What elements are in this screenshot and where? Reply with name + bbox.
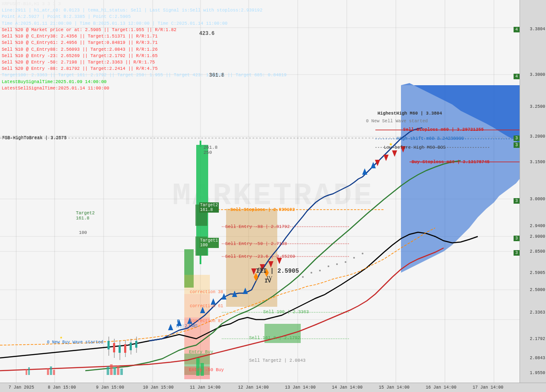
date-axis: 7 Jan 2025 8 Jan 15:00 9 Jan 15:00 10 Ja… bbox=[0, 383, 546, 392]
svg-rect-72 bbox=[124, 344, 126, 353]
svg-rect-68 bbox=[113, 343, 115, 352]
sell-entry-23-label: Sell Entry -23.6 | 2.65269 bbox=[225, 254, 295, 259]
sell-stoploss-m60-label: Sell-Stoploss m60 | 3.29721255 bbox=[403, 127, 484, 132]
price-338: 3.3804 bbox=[530, 27, 545, 32]
svg-point-59 bbox=[319, 270, 321, 271]
price-325: 3.2500 bbox=[530, 104, 545, 109]
correction61-label: correction 61 bbox=[190, 304, 223, 308]
right-box-3a: 3 bbox=[514, 135, 520, 141]
svg-rect-78 bbox=[110, 364, 113, 375]
red-curve bbox=[0, 248, 444, 371]
right-box-4-bot: 4 bbox=[514, 74, 520, 79]
info-line10: Sell %20 @ Entry -50: 2.7198 || Target:2… bbox=[2, 59, 287, 66]
price-234: 2.3363 bbox=[530, 310, 545, 315]
new-buy-wave-label: 0 New Buy Wave started bbox=[47, 340, 103, 345]
volume-bars bbox=[26, 358, 204, 376]
point-ii-label: II | | 2.1385 bbox=[176, 323, 197, 328]
svg-rect-74 bbox=[130, 343, 132, 350]
info-line5: Sell %20 @ Market price or at: 2.5905 ||… bbox=[2, 27, 287, 33]
info-line12: Target100: 2.3363 || Target 161: 2.1792 … bbox=[2, 72, 287, 78]
right-box-3e: 3 bbox=[514, 250, 520, 256]
price-285: 2.8500 bbox=[530, 249, 545, 254]
right-box-3c: 3 bbox=[514, 198, 520, 204]
price-250: 2.5000 bbox=[530, 288, 545, 292]
svg-rect-84 bbox=[53, 370, 55, 375]
svg-rect-66 bbox=[107, 341, 110, 349]
sell-target2-label: Sell Target2 | 2.0843 bbox=[249, 358, 305, 363]
svg-marker-43 bbox=[362, 168, 367, 175]
svg-rect-83 bbox=[50, 366, 52, 375]
target2-box-label: Target2161.8 bbox=[199, 202, 219, 213]
info-line13: LatestBuySignalTime:2025.01.09 14:00:00 bbox=[2, 79, 287, 85]
target1-box-label: Target1100 bbox=[199, 238, 219, 248]
date-7jan: 7 Jan 2025 bbox=[9, 385, 34, 390]
svg-rect-87 bbox=[196, 358, 200, 376]
info-line8: Sell %10 @ C_Entry88: 2.56093 || Target:… bbox=[2, 46, 287, 53]
price-32: 3.2000 bbox=[530, 134, 545, 139]
highest-high-text: HighestHigh M60 | 3.3804 bbox=[378, 111, 442, 116]
entry-buy-label: Entry Buy bbox=[189, 349, 213, 355]
info-line6: Sell %10 @ C_Entry38: 2.4356 || Target:1… bbox=[2, 33, 287, 40]
target-261-label: 261.8250 bbox=[203, 145, 218, 155]
target2-left-label: Target2161.8 bbox=[76, 210, 95, 221]
info-line14: LatestSellSignalTime:2025.01.14 11:00:00 bbox=[2, 85, 287, 92]
sell-100-label: Sell 100 | 2.3363 bbox=[263, 309, 309, 314]
svg-rect-70 bbox=[119, 345, 121, 353]
info-panel: XRPUSDT-Bin,H1 3 3 3 3 Line:2911 | h1_at… bbox=[2, 1, 287, 92]
svg-rect-76 bbox=[135, 341, 137, 348]
entry-50-buy-label: Entry -50 Buy bbox=[189, 367, 224, 372]
svg-rect-86 bbox=[28, 367, 30, 375]
svg-rect-80 bbox=[117, 366, 119, 375]
svg-marker-51 bbox=[392, 150, 397, 157]
date-17jan: 17 Jan 14:00 bbox=[473, 385, 503, 390]
right-box-3d: 3 bbox=[514, 236, 520, 241]
svg-rect-24 bbox=[200, 256, 201, 264]
date-15jan: 15 Jan 14:00 bbox=[379, 385, 410, 390]
price-294: 2.9400 bbox=[530, 224, 545, 228]
new-sell-wave-label: 0 New Sell Wave started bbox=[366, 118, 428, 124]
buy-stoploss-label: Buy-Stoploss m60 | 3.13178745 bbox=[412, 159, 490, 164]
svg-rect-79 bbox=[113, 367, 116, 375]
highest-high-label: HighestHigh M60 | 3.3804 bbox=[378, 111, 442, 116]
svg-point-57 bbox=[302, 276, 304, 278]
price-33: 3.3000 bbox=[530, 72, 545, 77]
date-14jan: 14 Jan 14:00 bbox=[332, 385, 363, 390]
sell-stoploss-mid-label: Sell Stoploss | 2.939192 bbox=[230, 207, 295, 212]
svg-rect-85 bbox=[26, 369, 27, 375]
info-line4: Time A:2025.01.11 21:00:00 | Time B:2025… bbox=[2, 20, 287, 27]
svg-rect-77 bbox=[107, 366, 109, 375]
date-12jan: 12 Jan 14:00 bbox=[238, 385, 269, 390]
date-10jan: 10 Jan 15:00 bbox=[143, 385, 174, 390]
svg-marker-50 bbox=[383, 155, 389, 161]
sell-entry-50-label: Sell Entry -50 | 2.7198 bbox=[225, 241, 287, 246]
svg-point-61 bbox=[336, 263, 338, 265]
price-208: 2.0843 bbox=[530, 356, 545, 360]
date-9jan: 9 Jan 15:00 bbox=[96, 385, 124, 390]
sell-entry-88-label: Sell Entry -88 | 2.81792 bbox=[225, 224, 290, 229]
price-axis: 3.3804 3.3000 3.2500 3.2000 3.1500 3.000… bbox=[520, 0, 546, 392]
price-259: 2.5905 bbox=[530, 271, 545, 275]
svg-rect-81 bbox=[120, 369, 123, 375]
svg-rect-82 bbox=[47, 369, 49, 375]
price-315: 3.1500 bbox=[530, 160, 545, 164]
right-box-3b: 3 bbox=[514, 142, 520, 148]
low-before-high-label: Low-before High M60-BOS bbox=[384, 145, 446, 150]
svg-marker-35 bbox=[168, 324, 173, 330]
svg-point-62 bbox=[345, 261, 346, 263]
svg-point-60 bbox=[328, 265, 329, 267]
svg-point-63 bbox=[353, 257, 355, 259]
correction38-label: correction 38 bbox=[190, 290, 223, 294]
current-price-label: III | 2.5905 bbox=[256, 268, 299, 274]
hundred-label: 100 bbox=[79, 230, 87, 235]
info-line2: Line:2911 | h1_atr_c0: 0.0123 | tema_h1_… bbox=[2, 7, 287, 14]
svg-rect-23 bbox=[200, 141, 201, 147]
price-30: 3.0000 bbox=[530, 197, 545, 202]
info-line9: Sell %10 @ Entry -23: 2.65269 || Target:… bbox=[2, 53, 287, 59]
svg-text:★: ★ bbox=[60, 335, 63, 340]
date-8jan: 8 Jan 15:00 bbox=[48, 385, 76, 390]
sell-161-label: Sell 161.8 | 2.1792 bbox=[249, 335, 300, 340]
price-290: 2.9000 bbox=[530, 234, 545, 239]
info-line11: Sell %20 @ Entry -88: 2.81792 || Target:… bbox=[2, 66, 287, 72]
fsb-chart-label: FSB-HighToBreak | 3.2575 bbox=[2, 135, 67, 140]
info-line7: Sell %10 @ C_Entry61: 2.4956 || Target:0… bbox=[2, 40, 287, 46]
